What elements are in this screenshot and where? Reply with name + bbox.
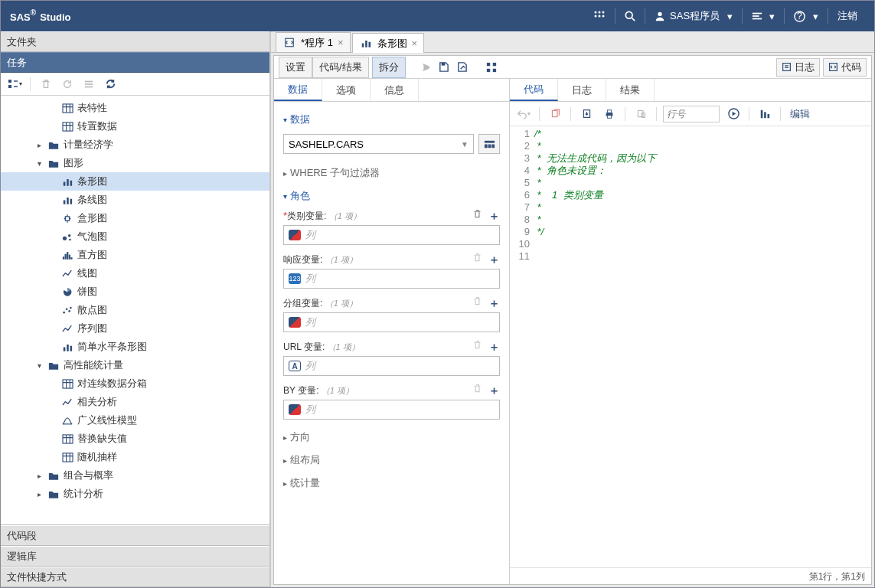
tree-item[interactable]: 相关分析 <box>1 393 269 411</box>
code-editor[interactable]: 1234567891011 /* * * 无法生成代码，因为以下 * 角色未设置… <box>510 126 871 567</box>
snippets-header[interactable]: 代码段 <box>1 525 269 546</box>
tree-item[interactable]: 饼图 <box>1 283 269 301</box>
go-icon[interactable] <box>724 106 743 122</box>
role-column-picker[interactable]: 列 <box>283 400 500 420</box>
tree-item[interactable]: 条形图 <box>1 172 269 191</box>
tree-item[interactable]: 表特性 <box>1 99 269 117</box>
section-data[interactable]: ▾数据 <box>283 108 500 131</box>
task-filter-icon[interactable]: ▾ <box>5 75 24 93</box>
tree-item[interactable]: 条线图 <box>1 191 269 209</box>
edit-button[interactable]: 编辑 <box>787 106 813 122</box>
section-group[interactable]: ▸组布局 <box>283 449 500 472</box>
log-button[interactable]: 日志 <box>776 58 820 77</box>
tab-log[interactable]: 日志 <box>558 79 606 101</box>
refresh-icon[interactable] <box>58 75 77 93</box>
section-where[interactable]: ▸WHERE 子句过滤器 <box>283 162 500 185</box>
close-icon[interactable]: × <box>338 37 344 48</box>
remove-icon[interactable] <box>472 296 482 311</box>
tab-data[interactable]: 数据 <box>274 79 322 101</box>
add-icon[interactable]: ＋ <box>488 340 500 354</box>
saveas-icon[interactable] <box>453 58 472 77</box>
tree-item[interactable]: 转置数据 <box>1 117 269 136</box>
fullscreen-icon[interactable] <box>482 58 501 77</box>
section-stat[interactable]: ▸统计量 <box>283 472 500 495</box>
signout-link[interactable]: 注销 <box>830 1 865 31</box>
role-column-picker[interactable]: 列 <box>283 225 500 245</box>
tree-item[interactable]: ▸统计分析 <box>1 485 269 503</box>
more-menu-icon[interactable]: ▾ <box>744 1 783 31</box>
tree-item[interactable]: 对连续数据分箱 <box>1 374 269 393</box>
tree-item[interactable]: 盒形图 <box>1 209 269 227</box>
linenum-input[interactable] <box>663 106 720 122</box>
print-icon[interactable] <box>600 106 619 122</box>
shortcuts-header[interactable]: 文件快捷方式 <box>1 567 269 587</box>
dataset-picker[interactable]: SASHELP.CARS▼ <box>283 134 474 154</box>
reload-icon[interactable] <box>101 75 119 93</box>
libraries-header[interactable]: 逻辑库 <box>1 546 269 567</box>
remove-icon[interactable] <box>472 253 482 267</box>
tab-options[interactable]: 选项 <box>322 79 371 101</box>
tab-code[interactable]: 代码 <box>510 79 558 101</box>
tree-item[interactable]: 序列图 <box>1 319 269 338</box>
user-menu[interactable]: SAS程序员 ▾ <box>647 1 740 31</box>
tree-item[interactable]: 线图 <box>1 264 269 283</box>
section-roles[interactable]: ▾角色 <box>283 185 500 207</box>
view-split[interactable]: 拆分 <box>372 57 406 78</box>
role-column-picker[interactable]: 123列 <box>283 269 500 289</box>
remove-icon[interactable] <box>472 384 482 398</box>
file-tab[interactable]: 条形图× <box>352 33 425 53</box>
svg-rect-35 <box>70 257 72 260</box>
role-column-picker[interactable]: A列 <box>283 356 500 376</box>
svg-rect-15 <box>8 85 11 88</box>
tree-item[interactable]: 广义线性模型 <box>1 411 269 430</box>
props-icon[interactable] <box>80 75 98 93</box>
tree-item[interactable]: 直方图 <box>1 246 269 264</box>
search-icon[interactable] <box>617 1 643 31</box>
svg-rect-41 <box>67 345 69 351</box>
tree-item[interactable]: 替换缺失值 <box>1 430 269 448</box>
add-icon[interactable]: ＋ <box>488 296 500 311</box>
section-direction[interactable]: ▸方向 <box>283 426 500 449</box>
export-icon[interactable] <box>577 106 596 122</box>
save-icon[interactable] <box>435 58 453 77</box>
tree-item[interactable]: 散点图 <box>1 301 269 319</box>
view-coderes[interactable]: 代码/结果 <box>312 57 369 78</box>
paste-icon[interactable] <box>632 106 650 122</box>
bub-icon <box>60 230 74 243</box>
tab-info[interactable]: 信息 <box>371 79 419 101</box>
role-column-picker[interactable]: 列 <box>283 312 500 332</box>
add-icon[interactable]: ＋ <box>488 384 500 398</box>
tree-item[interactable]: ▸组合与概率 <box>1 466 269 485</box>
svg-rect-58 <box>484 144 487 148</box>
add-icon[interactable]: ＋ <box>488 209 500 224</box>
close-icon[interactable]: × <box>412 38 418 49</box>
tree-item[interactable]: ▾高性能统计量 <box>1 356 269 374</box>
file-tab[interactable]: *程序 1× <box>276 32 351 52</box>
fld-icon <box>47 488 60 500</box>
dataset-browse-icon[interactable] <box>478 134 500 154</box>
tree-item[interactable]: 简单水平条形图 <box>1 338 269 356</box>
format-icon[interactable] <box>756 106 774 122</box>
code-button[interactable]: 代码 <box>823 58 867 77</box>
folders-header[interactable]: 文件夹 <box>1 31 269 52</box>
svg-line-7 <box>632 18 635 21</box>
tree-item[interactable]: 气泡图 <box>1 227 269 246</box>
svg-rect-42 <box>70 345 73 351</box>
tree-item[interactable]: ▾图形 <box>1 154 269 172</box>
remove-icon[interactable] <box>472 209 482 224</box>
run-icon[interactable] <box>416 58 435 77</box>
undo-icon[interactable]: ▾ <box>514 106 533 122</box>
svg-rect-57 <box>484 140 494 142</box>
help-icon[interactable]: ? ▾ <box>786 1 826 31</box>
delete-icon[interactable] <box>37 75 55 93</box>
copy-icon[interactable] <box>546 106 564 122</box>
tree-item[interactable]: ▸计量经济学 <box>1 136 269 154</box>
add-icon[interactable]: ＋ <box>488 253 500 267</box>
tree-item[interactable]: 随机抽样 <box>1 448 269 466</box>
svg-point-8 <box>658 12 661 16</box>
tasks-header[interactable]: 任务 <box>1 52 269 73</box>
remove-icon[interactable] <box>472 340 482 354</box>
apps-icon[interactable] <box>586 1 613 31</box>
view-settings[interactable]: 设置 <box>279 57 312 78</box>
tab-results[interactable]: 结果 <box>606 79 655 101</box>
